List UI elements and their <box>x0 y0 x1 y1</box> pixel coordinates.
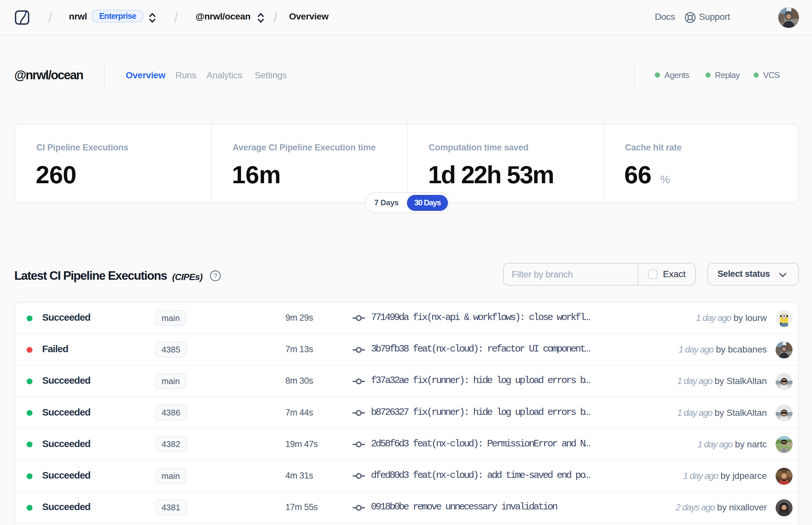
svg-text:?: ? <box>213 272 217 280</box>
